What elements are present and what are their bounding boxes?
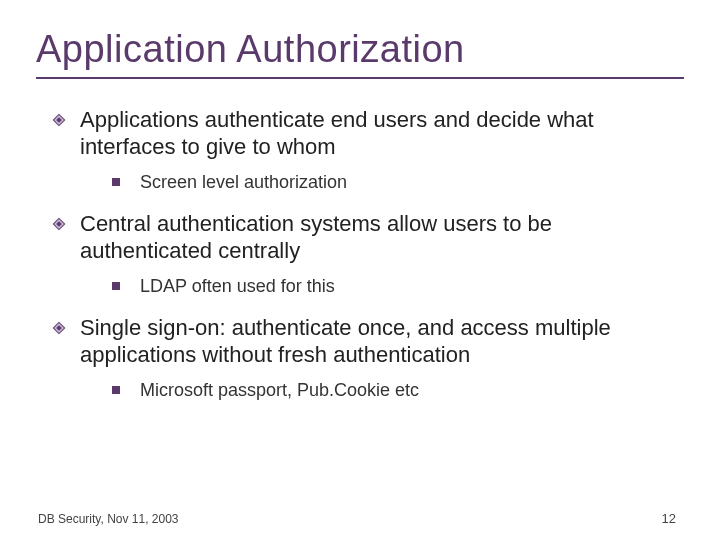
bullet-level1: Applications authenticate end users and … — [80, 107, 676, 161]
slide-title: Application Authorization — [36, 28, 684, 71]
bullet-text: Central authentication systems allow use… — [80, 211, 552, 263]
bullet-level2: Microsoft passport, Pub.Cookie etc — [112, 379, 676, 402]
square-icon — [112, 178, 120, 186]
slide: Application Authorization Applications a… — [0, 0, 720, 540]
bullet-level1: Single sign-on: authenticate once, and a… — [80, 315, 676, 369]
subbullet-text: LDAP often used for this — [140, 276, 335, 296]
subbullet-text: Screen level authorization — [140, 172, 347, 192]
bullet-text: Applications authenticate end users and … — [80, 107, 594, 159]
diamond-icon — [52, 217, 66, 231]
bullet-level1: Central authentication systems allow use… — [80, 211, 676, 265]
subbullet-text: Microsoft passport, Pub.Cookie etc — [140, 380, 419, 400]
footer-text: DB Security, Nov 11, 2003 — [38, 512, 179, 526]
square-icon — [112, 386, 120, 394]
square-icon — [112, 282, 120, 290]
slide-content: Applications authenticate end users and … — [36, 107, 684, 401]
diamond-icon — [52, 321, 66, 335]
title-underline — [36, 77, 684, 79]
bullet-text: Single sign-on: authenticate once, and a… — [80, 315, 611, 367]
bullet-level2: LDAP often used for this — [112, 275, 676, 298]
bullet-level2: Screen level authorization — [112, 171, 676, 194]
page-number: 12 — [662, 511, 676, 526]
diamond-icon — [52, 113, 66, 127]
